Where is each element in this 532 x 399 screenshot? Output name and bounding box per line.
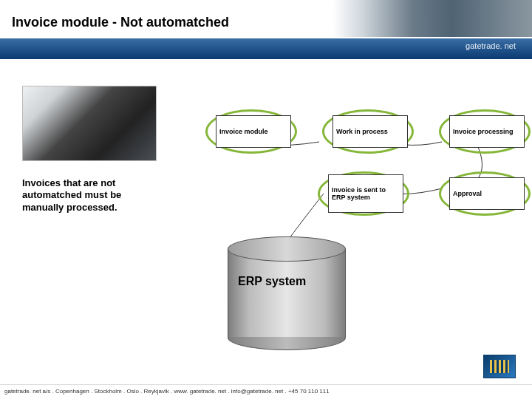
step-work-in-process: Work in process bbox=[332, 115, 408, 148]
brand-logo bbox=[483, 355, 516, 378]
slide: Invoice module - Not automatched gatetra… bbox=[0, 0, 532, 399]
brand-text: gatetrade. net bbox=[466, 41, 516, 50]
step-sent-to-erp: Invoice is sent to ERP system bbox=[328, 174, 403, 213]
page-title: Invoice module - Not automatched bbox=[12, 15, 229, 30]
erp-cylinder-label: ERP system bbox=[238, 275, 306, 288]
erp-cylinder-body bbox=[228, 248, 346, 337]
step-approval: Approval bbox=[449, 177, 525, 210]
footer-text: gatetrade. net a/s . Copenhagen . Stockh… bbox=[0, 384, 532, 399]
header-photo bbox=[332, 0, 532, 37]
keyboard-photo bbox=[22, 86, 157, 161]
brand-bar bbox=[0, 38, 532, 59]
step-invoice-module: Invoice module bbox=[216, 115, 291, 148]
explain-text: Invoices that are not automatched must b… bbox=[22, 177, 159, 214]
step-invoice-processing: Invoice processing bbox=[449, 115, 525, 148]
erp-cylinder-top bbox=[228, 236, 346, 262]
